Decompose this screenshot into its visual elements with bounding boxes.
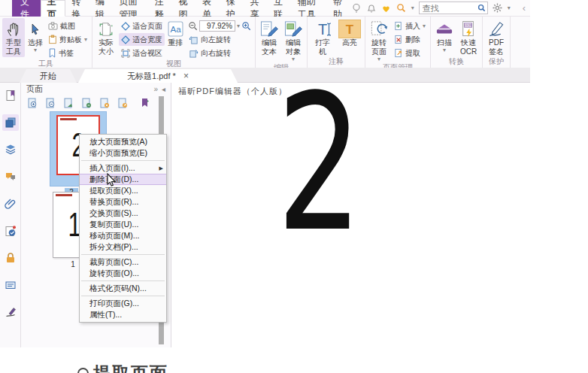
gear-icon[interactable]: [493, 3, 503, 14]
attachments-panel-icon[interactable]: [2, 196, 19, 212]
layers-panel-icon[interactable]: [2, 141, 19, 158]
menu-item-zoom-in-preview[interactable]: 放大页面预览(A): [80, 136, 166, 147]
ribbon-group-tools: 手型工具 选择 ▾ 截图: [0, 17, 92, 68]
mark-pages-icon[interactable]: [140, 98, 150, 108]
typewriter-button[interactable]: T 打字机: [310, 18, 335, 57]
fit-visible-button[interactable]: 适合视区: [119, 47, 165, 59]
pdf-sign-button[interactable]: PDF签名: [485, 18, 508, 57]
quick-ocr-button[interactable]: OCR 快速OCR: [457, 18, 480, 57]
document-tab-strip: 开始 无标题1.pdf * ×: [0, 68, 530, 83]
insert-page-icon[interactable]: [63, 98, 74, 108]
menu-tab-connect[interactable]: 互联: [268, 0, 292, 17]
menu-tab-form[interactable]: 表单: [196, 0, 220, 17]
replace-page-icon[interactable]: [81, 98, 92, 108]
tab-start[interactable]: 开始: [20, 69, 77, 83]
favorites-heart-icon[interactable]: [381, 3, 392, 14]
hand-tool-button[interactable]: 手型工具: [2, 18, 25, 57]
menu-item-replace-pages[interactable]: 替换页面(R)...: [80, 196, 166, 208]
menu-item-crop-pages[interactable]: 裁剪页面(C)...: [80, 256, 166, 268]
bell-icon[interactable]: [366, 3, 377, 14]
delete-page-button[interactable]: 删除: [392, 33, 428, 46]
screenshot-button[interactable]: 截图: [46, 20, 89, 32]
menu-item-duplicate-pages[interactable]: 复制页面(U)...: [80, 219, 166, 230]
fields-panel-icon[interactable]: [2, 277, 19, 293]
menu-item-rotate-pages[interactable]: 旋转页面(O)...: [80, 268, 166, 279]
digital-signatures-panel-icon[interactable]: [2, 223, 19, 239]
caret-down-icon[interactable]: ▾: [508, 5, 511, 11]
scan-button[interactable]: 扫描 ▾: [433, 18, 456, 54]
zoom-level-field[interactable]: 97.92%: [199, 20, 235, 32]
document-view[interactable]: 福昕PDF编辑器（个人版）: [172, 83, 588, 347]
insert-page-button[interactable]: 插入 ▾: [392, 20, 428, 32]
menu-item-properties[interactable]: 属性(T)...: [80, 309, 166, 320]
circle-icon: [77, 368, 89, 373]
fit-width-button[interactable]: 适合宽度: [119, 33, 165, 46]
menu-item-print-pages[interactable]: 打印页面(G)...: [80, 298, 166, 309]
rotate-left-button[interactable]: 向左旋转: [186, 33, 253, 46]
menu-tab-view[interactable]: 视图: [172, 0, 196, 17]
select-tool-button[interactable]: 选择 ▾: [26, 18, 44, 54]
menu-item-delete-pages[interactable]: 删除页面(D)...: [80, 174, 166, 185]
collapse-panel-icon[interactable]: ◂: [162, 85, 165, 93]
zoom-out-icon[interactable]: [188, 21, 198, 31]
bookmark-button[interactable]: 书签: [46, 47, 89, 59]
menu-tab-protect[interactable]: 保护: [220, 0, 244, 17]
actual-size-button[interactable]: 实际大小: [95, 18, 117, 57]
rotate-right-button[interactable]: 向右旋转: [186, 47, 253, 59]
zoom-in-icon[interactable]: [241, 21, 251, 31]
rotate-pages-button[interactable]: 旋转页面 ▾: [368, 18, 390, 63]
edit-text-button[interactable]: 编辑文本: [258, 18, 280, 57]
menu-tab-share[interactable]: 共享: [244, 0, 268, 17]
menu-tab-convert[interactable]: 转换: [65, 0, 89, 17]
sign-panel-icon[interactable]: [2, 304, 19, 320]
search-input[interactable]: [420, 4, 477, 13]
thumbnail-header-mark: [56, 194, 72, 196]
menu-tab-page-management[interactable]: 页面管理: [114, 0, 149, 17]
menu-tab-edit[interactable]: 编辑: [89, 0, 114, 17]
pin-panel-icon[interactable]: »: [153, 85, 158, 93]
caret-down-icon[interactable]: ▾: [237, 23, 240, 29]
caret-down-icon[interactable]: ▾: [411, 5, 414, 11]
collapse-ribbon-icon[interactable]: ‹: [523, 2, 526, 14]
page-thumbnails-panel-icon[interactable]: [2, 114, 19, 131]
menu-item-insert-pages[interactable]: 插入页面(I)... ▶: [80, 162, 166, 174]
rotate-right-icon: [189, 48, 199, 58]
extract-page-icon[interactable]: [117, 98, 128, 108]
menu-tab-accessibility[interactable]: 辅助工具: [292, 0, 327, 17]
rotate-left-icon: [189, 35, 199, 44]
edit-text-icon: [259, 20, 279, 38]
delete-page-icon[interactable]: [99, 98, 110, 108]
quick-search-icon[interactable]: [396, 3, 407, 14]
reflow-button[interactable]: Aa 重排: [166, 18, 185, 48]
menu-tab-comment[interactable]: 注释: [149, 0, 173, 17]
enlarge-thumbnail-icon[interactable]: [27, 98, 38, 108]
highlight-button[interactable]: T 高亮: [337, 18, 362, 48]
menu-item-format-page-numbers[interactable]: 格式化页码(N)...: [80, 283, 166, 294]
extract-page-button[interactable]: 提取: [392, 47, 428, 59]
menu-item-extract-pages[interactable]: 提取页面(X)...: [80, 185, 166, 196]
menu-item-split-document[interactable]: 拆分文档(P)...: [80, 241, 166, 253]
menu-tab-help[interactable]: 帮助: [327, 0, 351, 17]
security-panel-icon[interactable]: [2, 250, 19, 266]
svg-text:T: T: [318, 21, 327, 38]
search-box[interactable]: [419, 2, 488, 14]
comments-panel-icon[interactable]: [2, 168, 19, 185]
search-icon[interactable]: [477, 3, 487, 14]
shrink-thumbnail-icon[interactable]: [45, 98, 56, 108]
close-tab-icon[interactable]: ×: [183, 71, 189, 80]
menu-tab-home[interactable]: 主页: [41, 0, 66, 17]
fit-page-button[interactable]: 适合页面: [119, 20, 165, 32]
caret-down-icon: ▾: [443, 47, 446, 53]
tab-document[interactable]: 无标题1.pdf * ×: [78, 69, 238, 83]
clipboard-button[interactable]: 剪贴板 ▾: [46, 33, 89, 46]
menu-item-move-pages[interactable]: 移动页面(M)...: [80, 230, 166, 241]
bookmarks-panel-icon[interactable]: [2, 87, 19, 104]
svg-text:OCR: OCR: [465, 23, 471, 27]
select-cursor-icon: [29, 20, 41, 38]
bulb-icon[interactable]: [351, 3, 362, 14]
clipboard-icon: [48, 35, 57, 44]
thumbnail-context-menu: 放大页面预览(A) 缩小页面预览(E) 插入页面(I)... ▶ 删除页面(D)…: [79, 134, 167, 323]
menu-item-zoom-out-preview[interactable]: 缩小页面预览(E): [80, 147, 166, 159]
menu-item-swap-pages[interactable]: 交换页面(S)...: [80, 208, 166, 219]
file-menu-button[interactable]: 文件: [12, 0, 41, 17]
